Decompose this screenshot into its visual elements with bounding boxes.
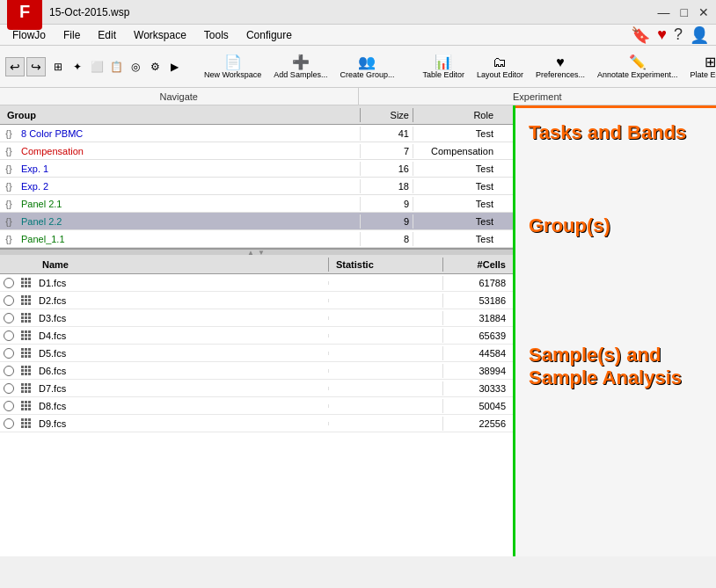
sample-checkbox[interactable] [0, 401, 18, 411]
sample-checkbox[interactable] [0, 330, 18, 341]
toolbar-icon-6[interactable]: ⚙ [146, 58, 164, 76]
group-row-icon: {} [0, 216, 18, 227]
sample-stat [328, 316, 442, 320]
sample-row[interactable]: D3.fcs 31884 [0, 309, 513, 327]
sample-stat [328, 369, 442, 373]
circle-check-icon[interactable] [4, 313, 14, 323]
circle-check-icon[interactable] [4, 383, 14, 394]
minimize-button[interactable]: — [658, 5, 670, 19]
plate-reader-button[interactable]: ⊞ Plate Editor [685, 52, 716, 81]
undo-button[interactable]: ↩ [5, 57, 25, 76]
circle-check-icon[interactable] [4, 330, 14, 341]
group-row-role: Test [413, 197, 500, 211]
sample-name: D1.fcs [35, 276, 328, 290]
group-row[interactable]: {} Exp. 1 16 Test [0, 160, 513, 178]
group-row-icon: {} [0, 181, 18, 192]
close-button[interactable]: ✕ [698, 5, 709, 19]
toolbar-icon-3[interactable]: ⬜ [88, 58, 106, 76]
left-panel: Group Size Role {} 8 Color PBMC 41 Test … [0, 105, 515, 556]
group-row[interactable]: {} 8 Color PBMC 41 Test [0, 125, 513, 142]
size-col-header: Size [360, 108, 413, 122]
redo-button[interactable]: ↪ [26, 57, 46, 76]
sample-row[interactable]: D4.fcs 65639 [0, 327, 513, 345]
sample-checkbox[interactable] [0, 383, 18, 394]
help-icon[interactable]: ? [670, 25, 686, 44]
title-bar: F 15-Oct-2015.wsp — □ ✕ [0, 0, 716, 25]
section-labels-bar: Navigate Experiment [0, 88, 716, 105]
menu-flowjo[interactable]: FlowJo [4, 27, 55, 43]
section-experiment: Experiment [359, 90, 717, 104]
sample-grid-icon [18, 383, 35, 394]
sample-stat [328, 387, 442, 390]
sample-cells: 31884 [442, 311, 513, 325]
new-workspace-icon: 📄 [224, 54, 242, 70]
group-row[interactable]: {} Compensation 7 Compensation [0, 142, 513, 160]
sample-row[interactable]: D6.fcs 38994 [0, 362, 513, 380]
user-icon[interactable]: 👤 [686, 25, 712, 45]
menu-edit[interactable]: Edit [89, 27, 125, 43]
sample-grid-icon [18, 278, 35, 288]
heart-icon[interactable]: ♥ [654, 25, 670, 44]
group-row-name: Exp. 1 [18, 162, 360, 176]
group-row-role: Test [413, 179, 500, 193]
sample-checkbox[interactable] [0, 295, 18, 306]
groups-table: Group Size Role {} 8 Color PBMC 41 Test … [0, 105, 513, 250]
group-row-name: Compensation [18, 144, 360, 158]
main-content: Group Size Role {} 8 Color PBMC 41 Test … [0, 105, 716, 556]
orange-top-bar [515, 105, 716, 108]
sample-row[interactable]: D8.fcs 50045 [0, 397, 513, 415]
sample-checkbox[interactable] [0, 348, 18, 359]
group-row[interactable]: {} Panel 2.1 9 Test [0, 195, 513, 213]
annotate-experiment-button[interactable]: ✏️ Annotate Experiment... [592, 52, 683, 81]
preferences-button[interactable]: ♥ Preferences... [530, 52, 590, 81]
add-samples-label: Add Samples... [274, 70, 327, 79]
add-samples-button[interactable]: ➕ Add Samples... [268, 52, 332, 81]
toolbar-icon-4[interactable]: 📋 [107, 58, 125, 76]
sample-checkbox[interactable] [0, 418, 18, 429]
menu-file[interactable]: File [55, 27, 89, 43]
group-row-icon: {} [0, 128, 18, 139]
cells-col-header: #Cells [442, 258, 513, 272]
table-editor-label: Table Editor [422, 70, 464, 79]
sample-checkbox[interactable] [0, 313, 18, 323]
create-group-button[interactable]: 👥 Create Group... [334, 52, 399, 81]
toolbar-icon-1[interactable]: ⊞ [49, 58, 67, 76]
sample-row[interactable]: D2.fcs 53186 [0, 292, 513, 309]
group-row-icon: {} [0, 199, 18, 209]
circle-check-icon[interactable] [4, 278, 14, 288]
tasks-bands-text: Tasks and Bands [529, 121, 703, 144]
groups-header: Group Size Role [0, 105, 513, 125]
layout-editor-button[interactable]: 🗂 Layout Editor [471, 52, 529, 81]
group-row[interactable]: {} Exp. 2 18 Test [0, 178, 513, 195]
group-row-role: Compensation [413, 144, 500, 158]
menu-tools[interactable]: Tools [195, 27, 237, 43]
group-row[interactable]: {} Panel_1.1 8 Test [0, 230, 513, 248]
bookmark-icon[interactable]: 🔖 [627, 25, 654, 45]
annotate-label: Annotate Experiment... [597, 70, 678, 79]
menu-configure[interactable]: Configure [237, 27, 301, 43]
circle-check-icon[interactable] [4, 295, 14, 306]
toolbar-icon-2[interactable]: ✦ [69, 58, 86, 76]
circle-check-icon[interactable] [4, 401, 14, 411]
sample-checkbox[interactable] [0, 278, 18, 288]
sample-cells: 65639 [442, 329, 513, 343]
toolbar-icon-5[interactable]: ◎ [127, 58, 144, 76]
sample-checkbox[interactable] [0, 366, 18, 376]
group-row-name: Exp. 2 [18, 179, 360, 193]
group-row-role: Test [413, 232, 500, 246]
table-editor-button[interactable]: 📊 Table Editor [417, 52, 470, 81]
group-row[interactable]: {} Panel 2.2 9 Test [0, 213, 513, 230]
sample-row[interactable]: D1.fcs 61788 [0, 274, 513, 292]
sample-row[interactable]: D9.fcs 22556 [0, 415, 513, 432]
toolbar-icon-7[interactable]: ▶ [165, 58, 183, 76]
circle-check-icon[interactable] [4, 348, 14, 359]
menu-workspace[interactable]: Workspace [125, 27, 195, 43]
sample-stat [328, 422, 442, 425]
sample-row[interactable]: D5.fcs 44584 [0, 345, 513, 362]
sample-row[interactable]: D7.fcs 30333 [0, 380, 513, 397]
circle-check-icon[interactable] [4, 418, 14, 429]
new-workspace-button[interactable]: 📄 New Workspace [199, 52, 267, 81]
group-row-icon: {} [0, 146, 18, 156]
circle-check-icon[interactable] [4, 366, 14, 376]
maximize-button[interactable]: □ [681, 5, 688, 19]
